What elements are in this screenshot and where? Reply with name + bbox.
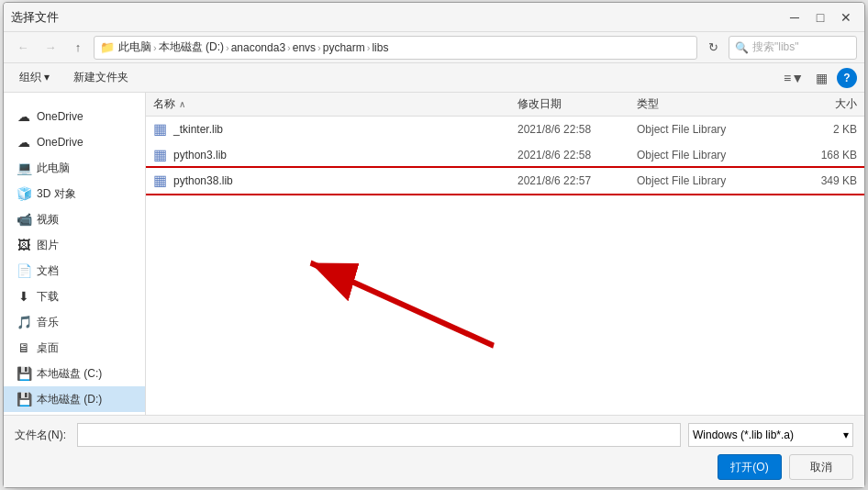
breadcrumb-part-0[interactable]: 此电脑: [118, 39, 151, 55]
sidebar-item-5[interactable]: 🖼图片: [4, 232, 145, 258]
file-row[interactable]: ▦ python3.lib 2021/8/6 22:58 Object File…: [146, 142, 864, 168]
sidebar-item-icon-9: 🖥: [17, 340, 31, 355]
sidebar-item-6[interactable]: 📄文档: [4, 258, 145, 284]
file-size-0: 2 KB: [784, 123, 857, 136]
file-date-0: 2021/8/6 22:58: [517, 123, 637, 136]
sidebar-item-8[interactable]: 🎵音乐: [4, 309, 145, 335]
filetype-arrow-icon: ▾: [843, 429, 849, 441]
file-list-header: 名称 ∧ 修改日期 类型 大小: [146, 93, 864, 117]
sidebar-item-7[interactable]: ⬇下载: [4, 284, 145, 309]
breadcrumb-part-3[interactable]: envs: [293, 41, 316, 54]
file-size-1: 168 KB: [784, 149, 857, 161]
file-area: 名称 ∧ 修改日期 类型 大小 ▦ _tkinter.lib 2021/8/6 …: [146, 93, 864, 415]
search-box[interactable]: 🔍 搜索"libs": [729, 36, 857, 60]
cancel-button[interactable]: 取消: [789, 454, 853, 480]
column-name[interactable]: 名称 ∧: [153, 96, 517, 112]
filetype-label: Windows (*.lib lib*.a): [693, 429, 794, 441]
sidebar-item-label-10: 本地磁盘 (C:): [37, 366, 102, 382]
sidebar: ☁OneDrive☁OneDrive💻此电脑🧊3D 对象📹视频🖼图片📄文档⬇下载…: [4, 93, 146, 415]
breadcrumb: 此电脑 › 本地磁盘 (D:) › anaconda3 › envs › pyc…: [118, 39, 388, 55]
file-icon-2: ▦: [153, 172, 170, 189]
column-size[interactable]: 大小: [784, 96, 857, 112]
sidebar-item-icon-7: ⬇: [17, 289, 31, 304]
sidebar-item-4[interactable]: 📹视频: [4, 206, 145, 232]
sidebar-item-2[interactable]: 💻此电脑: [4, 155, 145, 181]
title-bar: 选择文件 ─ □ ✕: [4, 3, 864, 32]
sort-arrow-icon: ∧: [179, 99, 185, 109]
sidebar-item-3[interactable]: 🧊3D 对象: [4, 181, 145, 206]
file-icon-0: ▦: [153, 120, 170, 138]
sidebar-item-label-8: 音乐: [37, 315, 59, 330]
sidebar-item-label-6: 文档: [37, 263, 59, 279]
sidebar-item-label-3: 3D 对象: [37, 186, 76, 202]
file-row[interactable]: ▦ python38.lib 2021/8/6 22:57 Object Fil…: [146, 168, 864, 194]
sidebar-item-10[interactable]: 💾本地磁盘 (C:): [4, 361, 145, 386]
up-button[interactable]: ↑: [66, 36, 90, 60]
sidebar-item-icon-5: 🖼: [17, 238, 31, 252]
breadcrumb-part-4[interactable]: pycharm: [323, 41, 365, 54]
file-area-wrapper: 名称 ∧ 修改日期 类型 大小 ▦ _tkinter.lib 2021/8/6 …: [146, 93, 864, 415]
new-folder-button[interactable]: 新建文件夹: [65, 67, 137, 89]
view-toggle-button[interactable]: ≡▼: [782, 67, 806, 89]
title-bar-controls: ─ □ ✕: [784, 6, 857, 28]
sidebar-item-0[interactable]: ☁OneDrive: [4, 104, 145, 129]
filename-input[interactable]: [77, 423, 681, 447]
breadcrumb-part-1[interactable]: 本地磁盘 (D:): [159, 39, 224, 55]
minimize-button[interactable]: ─: [784, 6, 806, 28]
open-button[interactable]: 打开(O): [718, 454, 782, 480]
sidebar-item-icon-11: 💾: [17, 392, 31, 406]
column-date[interactable]: 修改日期: [517, 96, 637, 112]
column-type[interactable]: 类型: [637, 96, 784, 112]
filename-row: 文件名(N): Windows (*.lib lib*.a) ▾: [15, 423, 853, 447]
sidebar-item-label-2: 此电脑: [37, 161, 70, 176]
back-button[interactable]: ←: [11, 36, 35, 60]
preview-pane-button[interactable]: ▦: [809, 67, 833, 89]
file-list: ▦ _tkinter.lib 2021/8/6 22:58 Object Fil…: [146, 117, 864, 415]
sidebar-item-icon-0: ☁: [17, 109, 31, 124]
file-type-1: Object File Library: [637, 149, 784, 161]
file-name-0: _tkinter.lib: [173, 123, 517, 136]
file-name-1: python3.lib: [173, 149, 517, 161]
sidebar-item-label-11: 本地磁盘 (D:): [37, 392, 102, 407]
bottom-bar: 文件名(N): Windows (*.lib lib*.a) ▾ 打开(O) 取…: [4, 415, 864, 487]
sidebar-item-icon-4: 📹: [17, 212, 31, 227]
action-bar-right: ≡▼ ▦ ?: [782, 67, 857, 89]
search-icon: 🔍: [735, 41, 749, 54]
sidebar-item-icon-10: 💾: [17, 366, 31, 381]
sidebar-item-icon-1: ☁: [17, 135, 31, 150]
filetype-select[interactable]: Windows (*.lib lib*.a) ▾: [688, 423, 853, 447]
close-button[interactable]: ✕: [835, 6, 857, 28]
sidebar-item-11[interactable]: 💾本地磁盘 (D:): [4, 386, 145, 412]
file-date-1: 2021/8/6 22:58: [517, 149, 637, 161]
dialog-title: 选择文件: [11, 9, 784, 26]
file-type-2: Object File Library: [637, 174, 784, 187]
navigation-toolbar: ← → ↑ 📁 此电脑 › 本地磁盘 (D:) › anaconda3 › en…: [4, 32, 864, 63]
address-bar[interactable]: 📁 此电脑 › 本地磁盘 (D:) › anaconda3 › envs › p…: [94, 36, 697, 60]
breadcrumb-part-2[interactable]: anaconda3: [231, 41, 285, 54]
refresh-button[interactable]: ↻: [701, 36, 725, 60]
sidebar-item-label-9: 桌面: [37, 340, 59, 356]
forward-button[interactable]: →: [39, 36, 62, 60]
help-button[interactable]: ?: [837, 68, 857, 88]
file-date-2: 2021/8/6 22:57: [517, 174, 637, 187]
sidebar-item-9[interactable]: 🖥桌面: [4, 335, 145, 361]
breadcrumb-part-5[interactable]: libs: [372, 41, 388, 54]
filename-label: 文件名(N):: [15, 428, 70, 443]
file-name-2: python38.lib: [173, 174, 517, 187]
file-icon-1: ▦: [153, 146, 170, 163]
sidebar-item-label-7: 下载: [37, 289, 59, 305]
file-size-2: 349 KB: [784, 174, 857, 187]
sidebar-item-label-5: 图片: [37, 238, 59, 253]
file-row[interactable]: ▦ _tkinter.lib 2021/8/6 22:58 Object Fil…: [146, 117, 864, 142]
sidebar-item-icon-3: 🧊: [17, 186, 31, 201]
file-type-0: Object File Library: [637, 123, 784, 136]
sidebar-item-icon-8: 🎵: [17, 315, 31, 329]
sidebar-item-icon-6: 📄: [17, 263, 31, 278]
maximize-button[interactable]: □: [809, 6, 831, 28]
address-folder-icon: 📁: [100, 40, 115, 54]
organize-button[interactable]: 组织 ▾: [11, 67, 58, 89]
search-placeholder: 搜索"libs": [752, 39, 799, 55]
action-bar: 组织 ▾ 新建文件夹 ≡▼ ▦ ?: [4, 63, 864, 93]
buttons-row: 打开(O) 取消: [15, 454, 853, 480]
sidebar-item-1[interactable]: ☁OneDrive: [4, 129, 145, 155]
